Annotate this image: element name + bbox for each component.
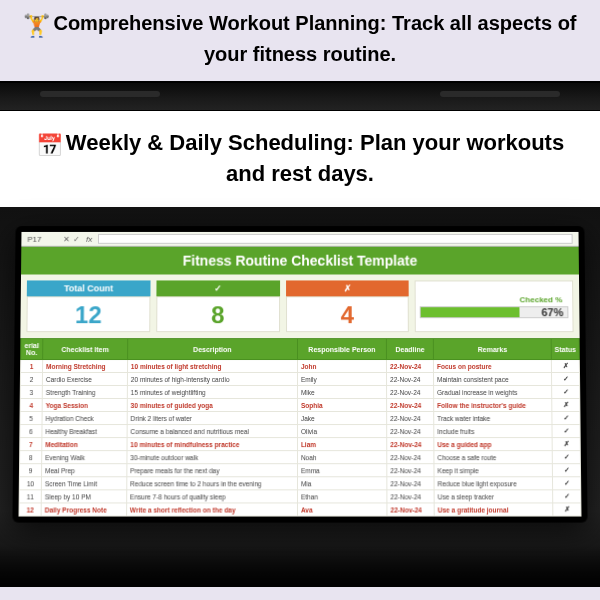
cell-person[interactable]: Mia <box>297 477 387 490</box>
table-row[interactable]: 10Screen Time LimitReduce screen time to… <box>19 477 580 490</box>
table-row[interactable]: 4Yoga Session30 minutes of guided yogaSo… <box>20 398 580 411</box>
table-row[interactable]: 2Cardio Exercise20 minutes of high-inten… <box>20 372 579 385</box>
cell-serial[interactable]: 6 <box>20 424 42 437</box>
col-remarks[interactable]: Remarks <box>433 338 551 359</box>
cell-serial[interactable]: 11 <box>19 490 41 503</box>
cell-item[interactable]: Evening Walk <box>42 450 127 463</box>
cell-remarks[interactable]: Use a gratitude journal <box>434 503 553 516</box>
cell-person[interactable]: Jake <box>297 411 386 424</box>
table-row[interactable]: 8Evening Walk30-minute outdoor walkNoah2… <box>20 450 581 463</box>
cell-item[interactable]: Sleep by 10 PM <box>41 490 126 503</box>
cell-deadline[interactable]: 22-Nov-24 <box>387 411 434 424</box>
cell-desc[interactable]: 15 minutes of weightlifting <box>127 385 297 398</box>
cell-desc[interactable]: Drink 2 liters of water <box>127 411 297 424</box>
cell-item[interactable]: Healthy Breakfast <box>42 424 127 437</box>
col-desc[interactable]: Description <box>127 338 297 359</box>
cell-status[interactable]: ✗ <box>553 503 581 516</box>
cell-item[interactable]: Daily Progress Note <box>41 503 126 516</box>
cell-person[interactable]: Ethan <box>297 490 387 503</box>
col-status[interactable]: Status <box>551 338 579 359</box>
cell-remarks[interactable]: Focus on posture <box>433 359 551 372</box>
formula-input[interactable] <box>98 234 572 244</box>
cell-desc[interactable]: Ensure 7-8 hours of quality sleep <box>127 490 298 503</box>
cell-status[interactable]: ✓ <box>551 372 579 385</box>
col-deadline[interactable]: Deadline <box>386 338 433 359</box>
fx-icon[interactable]: fx <box>86 234 92 243</box>
cell-deadline[interactable]: 22-Nov-24 <box>387 490 434 503</box>
cell-serial[interactable]: 5 <box>20 411 42 424</box>
cell-desc[interactable]: Consume a balanced and nutritious meal <box>127 424 297 437</box>
cell-status[interactable]: ✓ <box>552 411 580 424</box>
cell-reference-box[interactable]: P17 <box>27 234 57 243</box>
cell-person[interactable]: Emily <box>297 372 386 385</box>
fb-cancel-icon[interactable]: ✕ <box>63 234 70 243</box>
table-row[interactable]: 3Strength Training15 minutes of weightli… <box>20 385 580 398</box>
cell-serial[interactable]: 7 <box>20 437 42 450</box>
cell-serial[interactable]: 12 <box>19 503 41 516</box>
cell-item[interactable]: Strength Training <box>42 385 127 398</box>
cell-deadline[interactable]: 22-Nov-24 <box>387 398 434 411</box>
cell-deadline[interactable]: 22-Nov-24 <box>387 372 434 385</box>
cell-serial[interactable]: 3 <box>20 385 42 398</box>
cell-remarks[interactable]: Gradual increase in weights <box>434 385 552 398</box>
cell-remarks[interactable]: Choose a safe route <box>434 450 552 463</box>
fb-accept-icon[interactable]: ✓ <box>73 234 80 243</box>
cell-serial[interactable]: 9 <box>19 463 41 476</box>
cell-status[interactable]: ✗ <box>552 398 580 411</box>
col-serial[interactable]: erial No. <box>21 338 43 359</box>
cell-deadline[interactable]: 22-Nov-24 <box>387 424 434 437</box>
cell-item[interactable]: Morning Stretching <box>43 359 128 372</box>
cell-desc[interactable]: Reduce screen time to 2 hours in the eve… <box>127 477 298 490</box>
cell-item[interactable]: Screen Time Limit <box>41 477 126 490</box>
col-item[interactable]: Checklist Item <box>43 338 128 359</box>
cell-status[interactable]: ✗ <box>552 437 580 450</box>
cell-remarks[interactable]: Keep it simple <box>434 463 552 476</box>
cell-desc[interactable]: 30 minutes of guided yoga <box>127 398 297 411</box>
cell-person[interactable]: Liam <box>297 437 386 450</box>
cell-remarks[interactable]: Maintain consistent pace <box>434 372 552 385</box>
cell-status[interactable]: ✓ <box>552 385 580 398</box>
cell-deadline[interactable]: 22-Nov-24 <box>387 359 434 372</box>
cell-item[interactable]: Meal Prep <box>42 463 127 476</box>
table-row[interactable]: 12Daily Progress NoteWrite a short refle… <box>19 503 581 516</box>
cell-desc[interactable]: 10 minutes of light stretching <box>127 359 297 372</box>
cell-serial[interactable]: 4 <box>20 398 42 411</box>
table-row[interactable]: 11Sleep by 10 PMEnsure 7-8 hours of qual… <box>19 490 581 503</box>
table-row[interactable]: 7Meditation10 minutes of mindfulness pra… <box>20 437 581 450</box>
cell-remarks[interactable]: Follow the instructor's guide <box>434 398 552 411</box>
table-row[interactable]: 5Hydration CheckDrink 2 liters of waterJ… <box>20 411 580 424</box>
cell-serial[interactable]: 2 <box>20 372 42 385</box>
cell-person[interactable]: Noah <box>297 450 386 463</box>
col-person[interactable]: Responsible Person <box>297 338 386 359</box>
table-row[interactable]: 6Healthy BreakfastConsume a balanced and… <box>20 424 580 437</box>
cell-desc[interactable]: Prepare meals for the next day <box>127 463 298 476</box>
cell-remarks[interactable]: Reduce blue light exposure <box>434 477 553 490</box>
cell-deadline[interactable]: 22-Nov-24 <box>387 503 434 516</box>
cell-item[interactable]: Yoga Session <box>42 398 127 411</box>
cell-desc[interactable]: 10 minutes of mindfulness practice <box>127 437 298 450</box>
cell-status[interactable]: ✓ <box>552 477 580 490</box>
cell-item[interactable]: Hydration Check <box>42 411 127 424</box>
cell-status[interactable]: ✗ <box>551 359 579 372</box>
cell-desc[interactable]: 20 minutes of high-intensity cardio <box>127 372 297 385</box>
cell-serial[interactable]: 8 <box>20 450 42 463</box>
cell-deadline[interactable]: 22-Nov-24 <box>387 385 434 398</box>
cell-item[interactable]: Cardio Exercise <box>42 372 127 385</box>
cell-deadline[interactable]: 22-Nov-24 <box>387 477 434 490</box>
cell-person[interactable]: Olivia <box>297 424 386 437</box>
cell-remarks[interactable]: Use a guided app <box>434 437 552 450</box>
cell-status[interactable]: ✓ <box>552 463 580 476</box>
cell-remarks[interactable]: Track water intake <box>434 411 552 424</box>
cell-person[interactable]: John <box>297 359 386 372</box>
cell-remarks[interactable]: Use a sleep tracker <box>434 490 553 503</box>
cell-deadline[interactable]: 22-Nov-24 <box>387 450 434 463</box>
cell-person[interactable]: Mike <box>297 385 386 398</box>
cell-deadline[interactable]: 22-Nov-24 <box>387 437 434 450</box>
cell-person[interactable]: Sophia <box>297 398 386 411</box>
cell-status[interactable]: ✓ <box>552 450 580 463</box>
table-row[interactable]: 9Meal PrepPrepare meals for the next day… <box>19 463 580 476</box>
cell-serial[interactable]: 1 <box>21 359 43 372</box>
table-row[interactable]: 1Morning Stretching10 minutes of light s… <box>21 359 580 372</box>
cell-desc[interactable]: 30-minute outdoor walk <box>127 450 298 463</box>
cell-status[interactable]: ✓ <box>552 424 580 437</box>
